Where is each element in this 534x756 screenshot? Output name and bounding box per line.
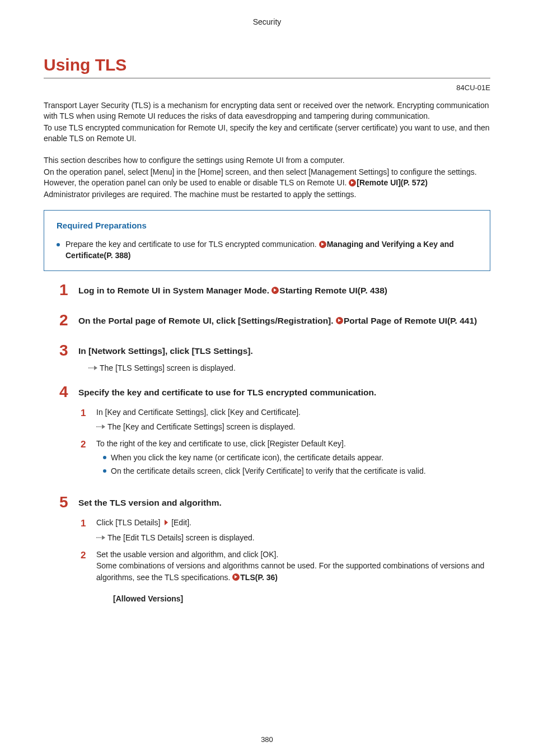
page-title: Using TLS <box>44 53 490 79</box>
prep-item-text: Prepare the key and certificate to use f… <box>65 240 319 249</box>
arrow-icon <box>96 424 105 429</box>
step-heading: Set the TLS version and algorithm. <box>78 497 490 509</box>
arrow-icon <box>96 535 105 540</box>
step-heading: On the Portal page of Remote UI, click [… <box>78 315 490 327</box>
step-3: 3 In [Network Settings], click [TLS Sett… <box>59 343 490 374</box>
sub-step-number: 1 <box>81 407 88 433</box>
play-icon <box>336 317 343 324</box>
sub-step-5-1: 1 Click [TLS Details] [Edit]. The [Edit … <box>81 517 490 543</box>
bullet-icon <box>103 456 106 459</box>
step-heading-text: On the Portal page of Remote UI, click [… <box>78 316 336 325</box>
xref-portal-page[interactable]: Portal Page of Remote UI(P. 441) <box>344 316 477 325</box>
result-text: The [Key and Certificate Settings] scree… <box>107 422 295 431</box>
xref-remote-ui[interactable]: [Remote UI](P. 572) <box>357 178 428 187</box>
sub-step-number: 1 <box>81 517 88 543</box>
sub-step-text: To the right of the key and certificate … <box>96 438 490 449</box>
intro-p1: Transport Layer Security (TLS) is a mech… <box>44 100 490 122</box>
document-code: 84CU-01E <box>44 83 490 93</box>
step-1: 1 Log in to Remote UI in System Manager … <box>59 282 490 302</box>
intro-block: Transport Layer Security (TLS) is a mech… <box>44 100 490 200</box>
prep-item: Prepare the key and certificate to use f… <box>57 239 477 262</box>
intro-p3b: On the operation panel, select [Menu] in… <box>44 167 490 188</box>
cont-text: Some combinations of versions and algori… <box>96 561 484 581</box>
field-label-allowed-versions: [Allowed Versions] <box>113 593 490 604</box>
step-heading: In [Network Settings], click [TLS Settin… <box>78 345 490 357</box>
sub-step-4-1: 1 In [Key and Certificate Settings], cli… <box>81 407 490 433</box>
xref-starting-remote-ui[interactable]: Starting Remote UI(P. 438) <box>279 286 387 295</box>
play-icon <box>271 287 279 294</box>
bullet-text: When you click the key name (or certific… <box>111 452 383 463</box>
section-header: Security <box>44 17 490 28</box>
step-number: 4 <box>59 384 72 484</box>
sub-step-number: 2 <box>81 438 88 479</box>
xref-tls-spec[interactable]: TLS(P. 36) <box>240 573 278 582</box>
intro-p4: Administrator privileges are required. T… <box>44 189 490 200</box>
step-2: 2 On the Portal page of Remote UI, click… <box>59 312 490 333</box>
result-text: The [TLS Settings] screen is displayed. <box>100 363 236 372</box>
step-number: 5 <box>59 494 72 610</box>
sub-step-4-2: 2 To the right of the key and certificat… <box>81 438 490 479</box>
chevron-right-icon <box>165 520 168 525</box>
step-heading-text: Log in to Remote UI in System Manager Mo… <box>78 286 271 295</box>
list-item: When you click the key name (or certific… <box>103 452 490 463</box>
required-preparations-box: Required Preparations Prepare the key an… <box>44 210 490 271</box>
play-icon <box>319 241 326 248</box>
result-line: The [TLS Settings] screen is displayed. <box>88 363 490 374</box>
result-line: The [Edit TLS Details] screen is display… <box>96 532 490 543</box>
step-heading: Specify the key and certificate to use f… <box>78 386 490 399</box>
step-heading: Log in to Remote UI in System Manager Mo… <box>78 284 490 297</box>
step-number: 3 <box>59 343 72 374</box>
step-4: 4 Specify the key and certificate to use… <box>59 384 490 484</box>
bullet-text: On the certificate details screen, click… <box>111 465 426 477</box>
step-number: 2 <box>59 312 72 333</box>
click-path-a: Click [TLS Details] <box>96 518 160 527</box>
steps-list: 1 Log in to Remote UI in System Manager … <box>44 282 490 610</box>
page-number: 380 <box>0 735 534 745</box>
sub-steps: 1 Click [TLS Details] [Edit]. The [Edit … <box>81 517 490 604</box>
intro-p3a: This section describes how to configure … <box>44 155 490 166</box>
play-icon <box>349 179 356 186</box>
bullet-icon <box>57 243 60 246</box>
sub-step-5-2: 2 Set the usable version and algorithm, … <box>81 549 490 604</box>
result-text: The [Edit TLS Details] screen is display… <box>107 533 255 542</box>
sub-step-text-b: Some combinations of versions and algori… <box>96 560 490 583</box>
bullet-icon <box>103 469 106 473</box>
sub-step-text: In [Key and Certificate Settings], click… <box>96 407 490 418</box>
sub-step-text-a: Set the usable version and algorithm, an… <box>96 549 490 560</box>
step-number: 1 <box>59 282 72 302</box>
play-icon <box>232 573 240 581</box>
list-item: On the certificate details screen, click… <box>103 465 490 477</box>
arrow-icon <box>88 366 97 370</box>
bullet-list: When you click the key name (or certific… <box>103 452 490 477</box>
click-path-b: [Edit]. <box>171 518 191 527</box>
sub-step-text: Click [TLS Details] [Edit]. <box>96 517 490 528</box>
result-line: The [Key and Certificate Settings] scree… <box>96 421 490 432</box>
prep-title: Required Preparations <box>57 220 477 231</box>
intro-p2: To use TLS encrypted communication for R… <box>44 123 490 144</box>
sub-step-number: 2 <box>81 549 88 604</box>
step-5: 5 Set the TLS version and algorithm. 1 C… <box>59 494 490 610</box>
sub-steps: 1 In [Key and Certificate Settings], cli… <box>81 407 490 479</box>
